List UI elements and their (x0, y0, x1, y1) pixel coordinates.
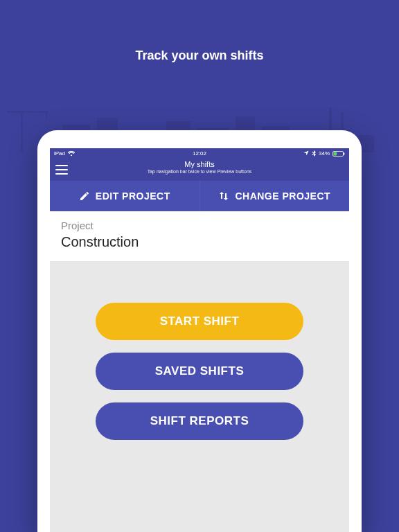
navbar-title: My shifts (50, 160, 349, 168)
change-project-button[interactable]: CHANGE PROJECT (200, 181, 350, 211)
status-bar: iPad 12:02 34% (50, 148, 349, 159)
project-card: Project Construction (50, 211, 349, 261)
change-project-label: CHANGE PROJECT (235, 190, 330, 202)
app-store-backdrop: Track your own shifts iPad 12:02 (0, 0, 399, 532)
shift-reports-label: SHIFT REPORTS (150, 414, 249, 428)
pencil-icon (79, 190, 90, 202)
edit-project-button[interactable]: EDIT PROJECT (50, 181, 200, 211)
start-shift-label: START SHIFT (160, 314, 240, 328)
menu-icon[interactable] (55, 165, 68, 175)
tablet-device-frame: iPad 12:02 34% (37, 130, 362, 532)
saved-shifts-label: SAVED SHIFTS (155, 364, 244, 378)
device-screen: iPad 12:02 34% (50, 148, 349, 532)
navigation-bar[interactable]: My shifts Tap navigation bar twice to vi… (50, 159, 349, 181)
project-action-bar: EDIT PROJECT CHANGE PROJECT (50, 181, 349, 211)
project-label: Project (61, 220, 338, 231)
svg-rect-1 (7, 111, 48, 113)
edit-project-label: EDIT PROJECT (96, 190, 170, 202)
navbar-subtitle: Tap navigation bar twice to view Preview… (50, 169, 349, 174)
promo-tagline: Track your own shifts (0, 48, 399, 63)
project-value: Construction (61, 234, 338, 250)
main-actions-area: START SHIFT SAVED SHIFTS SHIFT REPORTS (50, 261, 349, 440)
status-time: 12:02 (50, 150, 349, 157)
shift-reports-button[interactable]: SHIFT REPORTS (96, 402, 303, 440)
start-shift-button[interactable]: START SHIFT (96, 303, 303, 340)
saved-shifts-button[interactable]: SAVED SHIFTS (96, 353, 303, 390)
swap-arrows-icon (218, 190, 229, 202)
svg-rect-0 (21, 111, 23, 152)
svg-rect-2 (46, 113, 47, 118)
